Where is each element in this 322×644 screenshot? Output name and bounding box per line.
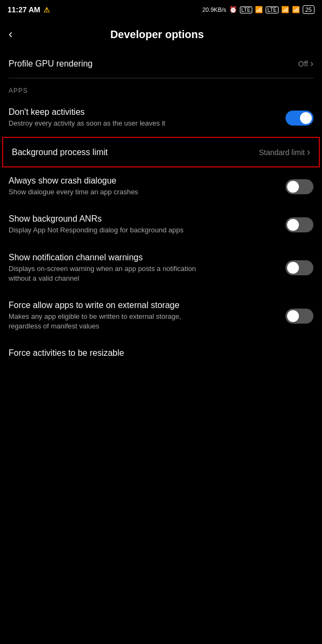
notification-channel-warnings-item[interactable]: Show notification channel warnings Displ… [0,244,322,292]
force-external-storage-toggle[interactable] [286,309,313,324]
profile-gpu-chevron: › [310,58,313,69]
lte-icon: LTE [240,6,253,13]
crash-dialogue-title: Always show crash dialogue [9,176,286,186]
notif-channel-title: Show notification channel warnings [9,253,286,262]
dont-keep-knob [300,112,312,124]
profile-gpu-rendering-item[interactable]: Profile GPU rendering Off › [0,49,322,78]
crash-dialogue-subtitle: Show dialogue every time an app crashes [9,187,213,197]
profile-gpu-value: Off [298,60,308,68]
status-time-area: 11:27 AM ⚠ [8,5,50,14]
back-button[interactable]: ‹ [9,27,12,41]
alarm-icon: ⏰ [229,6,237,13]
dont-keep-title: Don't keep activities [9,107,286,117]
force-external-storage-title: Force allow apps to write on external st… [9,301,286,310]
status-bar: 11:27 AM ⚠ 20.9KB/s ⏰ LTE 📶 LTE 📶 📶 25 [0,0,322,19]
status-icons-area: 20.9KB/s ⏰ LTE 📶 LTE 📶 📶 25 [202,5,314,14]
notif-channel-subtitle: Displays on-screen warning when an app p… [9,264,213,283]
profile-gpu-title: Profile GPU rendering [9,59,298,69]
wifi-icon: 📶 [292,6,300,13]
page-title: Developer options [21,28,293,41]
dont-keep-toggle[interactable] [286,111,313,126]
background-process-limit-item[interactable]: Background process limit Standard limit … [2,137,320,167]
lte2-icon: LTE [266,6,279,13]
time-display: 11:27 AM [8,5,40,14]
apps-section-label: APPS [0,78,322,99]
battery-indicator: 25 [303,5,314,14]
signal-bars-1: 📶 [255,6,263,13]
anrs-toggle[interactable] [286,217,313,232]
bg-process-value: Standard limit [259,148,305,157]
signal-bars-2: 📶 [281,6,289,13]
alert-icon: ⚠ [43,6,50,14]
anrs-subtitle: Display App Not Responding dialog for ba… [9,225,213,235]
force-external-storage-knob [287,310,299,322]
notif-channel-knob [287,262,299,274]
app-bar: ‹ Developer options [0,19,322,49]
force-activities-resizable-item[interactable]: Force activities to be resizable [0,340,322,367]
notif-channel-toggle[interactable] [286,260,313,275]
force-allow-external-storage-item[interactable]: Force allow apps to write on external st… [0,292,322,340]
anrs-title: Show background ANRs [9,214,286,224]
show-background-anrs-item[interactable]: Show background ANRs Display App Not Res… [0,206,322,244]
crash-dialogue-knob [287,181,299,193]
bg-process-title: Background process limit [12,148,259,157]
force-resizable-title: Force activities to be resizable [9,348,313,358]
dont-keep-subtitle: Destroy every activity as soon as the us… [9,119,213,128]
bg-process-chevron: › [307,147,310,158]
always-show-crash-item[interactable]: Always show crash dialogue Show dialogue… [0,167,322,206]
crash-dialogue-toggle[interactable] [286,179,313,194]
force-external-storage-subtitle: Makes any app eligible to be written to … [9,312,213,331]
anrs-knob [287,219,299,231]
dont-keep-activities-item[interactable]: Don't keep activities Destroy every acti… [0,99,322,137]
network-speed: 20.9KB/s [202,6,226,13]
